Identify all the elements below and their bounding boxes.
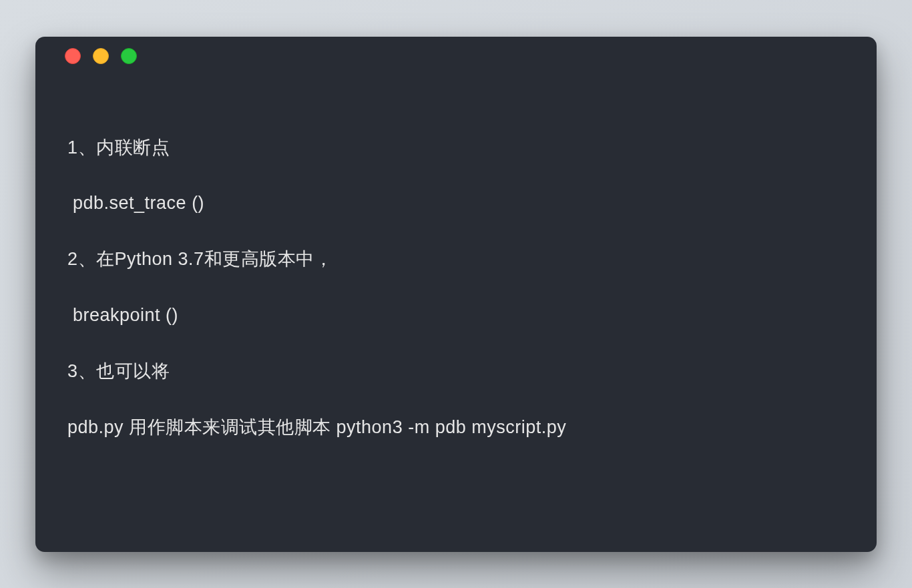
code-line: pdb.py 用作脚本来调试其他脚本 python3 -m pdb myscri…	[67, 414, 845, 442]
code-line: 3、也可以将	[67, 358, 845, 386]
code-line: pdb.set_trace ()	[67, 190, 845, 218]
code-line: 2、在Python 3.7和更高版本中，	[67, 246, 845, 274]
code-line: 1、内联断点	[67, 134, 845, 162]
terminal-window: 1、内联断点 pdb.set_trace () 2、在Python 3.7和更高…	[35, 37, 877, 552]
maximize-icon[interactable]	[121, 48, 137, 64]
code-content: 1、内联断点 pdb.set_trace () 2、在Python 3.7和更高…	[35, 75, 877, 469]
minimize-icon[interactable]	[93, 48, 109, 64]
code-line: breakpoint ()	[67, 302, 845, 330]
window-titlebar	[35, 37, 877, 75]
close-icon[interactable]	[65, 48, 81, 64]
